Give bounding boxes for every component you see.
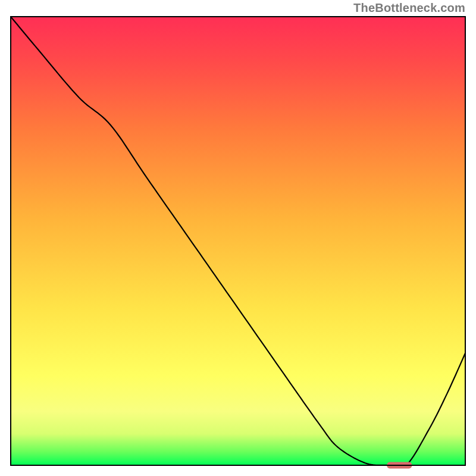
attribution-text: TheBottleneck.com (353, 1, 465, 15)
gradient-background (11, 17, 465, 465)
bottleneck-chart (0, 0, 476, 476)
